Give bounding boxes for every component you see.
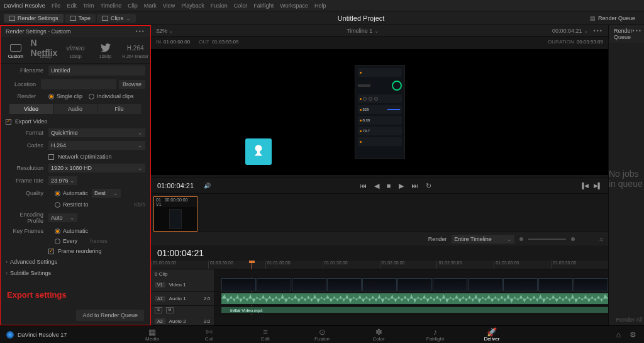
render-all-button[interactable]: Render All bbox=[609, 314, 644, 325]
menu-item[interactable]: Fairlight bbox=[253, 3, 274, 9]
preset-row: Custom N Netflix1080p vimeo1080p 1080p H… bbox=[1, 37, 150, 64]
volume-icon[interactable]: 🔊 bbox=[204, 183, 211, 189]
menu-item[interactable]: View bbox=[163, 3, 175, 9]
kf-every-radio[interactable] bbox=[55, 239, 60, 244]
out-mark-icon[interactable] bbox=[571, 237, 575, 241]
clip-thumb[interactable]: 01 00:00:00:00 V1 bbox=[153, 196, 197, 232]
page-switcher: DaVinci Resolve 17 ▦Media ✄Cut ≡Edit ⊙Fu… bbox=[0, 325, 644, 343]
filename-input[interactable] bbox=[48, 65, 145, 76]
mark-in-icon[interactable]: ▐◀ bbox=[580, 183, 588, 189]
queue-menu-icon[interactable]: ••• bbox=[633, 28, 642, 40]
tab-video[interactable]: Video bbox=[9, 104, 53, 114]
cut-icon: ✄ bbox=[206, 327, 213, 336]
step-back-icon[interactable]: ◀ bbox=[374, 182, 379, 190]
viewer-menu-icon[interactable]: ••• bbox=[594, 28, 603, 34]
individual-clips-radio[interactable] bbox=[89, 94, 94, 99]
advanced-settings-section[interactable]: Advanced Settings bbox=[1, 256, 150, 267]
menu-item[interactable]: Timeline bbox=[101, 3, 122, 9]
a1-body[interactable] bbox=[214, 292, 608, 305]
menu-item[interactable]: Playback bbox=[181, 3, 204, 9]
timeline-name[interactable]: Timeline 1 bbox=[347, 28, 372, 34]
stop-icon[interactable]: ■ bbox=[387, 182, 391, 190]
home-icon[interactable]: ⌂ bbox=[616, 330, 621, 339]
preset-h264[interactable]: H.264H.264 Master bbox=[120, 37, 150, 63]
page-deliver[interactable]: 🚀Deliver bbox=[476, 327, 508, 342]
page-fairlight[interactable]: ♪Fairlight bbox=[419, 327, 451, 342]
tape-icon bbox=[70, 16, 76, 21]
page-edit[interactable]: ≡Edit bbox=[250, 327, 281, 342]
next-clip-icon[interactable]: ⏭ bbox=[411, 182, 418, 190]
menu-item[interactable]: DaVinci Resolve bbox=[4, 3, 45, 9]
tab-file[interactable]: File bbox=[97, 104, 142, 114]
page-color[interactable]: ✽Color bbox=[363, 327, 394, 342]
browse-button[interactable]: Browse bbox=[119, 80, 145, 89]
mark-out-icon[interactable]: ▶▌ bbox=[594, 183, 602, 189]
add-to-render-queue-button[interactable]: Add to Render Queue bbox=[76, 310, 144, 321]
in-tc: 01:00:00:00 bbox=[164, 39, 190, 45]
export-video-check[interactable] bbox=[6, 119, 11, 125]
subtitle-settings-section[interactable]: Subtitle Settings bbox=[1, 267, 150, 279]
track-a1: A1Audio 12.0 bbox=[151, 292, 608, 306]
settings-icon[interactable]: ⚙ bbox=[630, 330, 636, 339]
resolution-dropdown[interactable]: 1920 x 1080 HD bbox=[48, 164, 145, 172]
fairlight-icon: ♪ bbox=[433, 327, 438, 336]
loop-icon[interactable]: ↻ bbox=[426, 182, 431, 190]
play-icon[interactable]: ▶ bbox=[399, 182, 404, 190]
menu-item[interactable]: File bbox=[52, 3, 61, 9]
prev-clip-icon[interactable]: ⏮ bbox=[360, 182, 367, 190]
a1-mute-button[interactable]: M bbox=[166, 307, 174, 313]
render-settings-button[interactable]: Render Settings bbox=[4, 14, 64, 23]
kf-auto-radio[interactable] bbox=[55, 228, 60, 234]
in-mark-icon[interactable] bbox=[519, 237, 523, 241]
format-dropdown[interactable]: QuickTime bbox=[48, 128, 145, 137]
zoom-dropdown[interactable]: 32% bbox=[156, 28, 167, 34]
panel-menu-icon[interactable]: ••• bbox=[136, 28, 145, 35]
render-queue-toggle[interactable]: Render Queue bbox=[585, 14, 640, 23]
music-icon[interactable]: ♫ bbox=[599, 236, 603, 242]
menu-item[interactable]: Help bbox=[314, 3, 326, 9]
menu-item[interactable]: Fusion bbox=[211, 3, 228, 9]
menu-item[interactable]: Color bbox=[234, 3, 248, 9]
framerate-dropdown[interactable]: 23.976 bbox=[48, 176, 77, 185]
render-settings-panel: Render Settings - Custom ••• Custom N Ne… bbox=[0, 25, 151, 325]
preview-viewer[interactable]: 529 8.30 79.7 bbox=[151, 49, 608, 175]
menu-item[interactable]: Edit bbox=[67, 3, 77, 9]
frame-reorder-check[interactable] bbox=[48, 249, 54, 254]
range-slider[interactable] bbox=[528, 239, 566, 240]
clips-button[interactable]: Clips ⌄ bbox=[97, 14, 136, 23]
v1-body[interactable] bbox=[214, 278, 608, 291]
a2-body[interactable] bbox=[214, 315, 608, 325]
tab-audio[interactable]: Audio bbox=[53, 104, 97, 114]
codec-dropdown[interactable]: H.264 bbox=[48, 141, 145, 150]
menu-item[interactable]: Workspace bbox=[280, 3, 308, 9]
enc-profile-dropdown[interactable]: Auto bbox=[48, 213, 77, 222]
menu-item[interactable]: Trim bbox=[83, 3, 94, 9]
single-clip-radio[interactable] bbox=[48, 94, 54, 99]
preset-custom[interactable]: Custom bbox=[1, 37, 31, 63]
project-title: Untitled Project bbox=[137, 14, 585, 22]
center-area: 32%⌄ Timeline 1 ⌄ 00:00:04:21⌄ ••• IN01:… bbox=[151, 25, 608, 325]
page-media[interactable]: ▦Media bbox=[136, 327, 168, 342]
quality-best-dropdown[interactable]: Best bbox=[92, 189, 121, 198]
menu-item[interactable]: Clip bbox=[128, 3, 138, 9]
panel-title: Render Settings - Custom bbox=[6, 28, 71, 35]
location-input[interactable] bbox=[41, 79, 116, 89]
twitter-icon bbox=[101, 42, 111, 54]
app-logo-overlay bbox=[245, 138, 272, 165]
preset-netflix[interactable]: N Netflix1080p bbox=[31, 37, 61, 63]
preset-twitter[interactable]: 1080p bbox=[91, 37, 121, 63]
netopt-check[interactable] bbox=[48, 154, 54, 160]
brand: DaVinci Resolve 17 bbox=[6, 331, 67, 339]
menu-item[interactable]: Mark bbox=[144, 3, 157, 9]
quality-restrict-radio[interactable] bbox=[55, 202, 60, 208]
timeline-ruler[interactable]: 01:00:00:0001:00:30:0001:01:00:0001:01:3… bbox=[151, 261, 608, 269]
queue-title: Render Queue bbox=[614, 28, 633, 40]
a1-solo-button[interactable]: S bbox=[155, 307, 162, 313]
page-fusion[interactable]: ⊙Fusion bbox=[306, 327, 338, 342]
track-a2: A2Audio 22.0 bbox=[151, 315, 608, 325]
render-range-dropdown[interactable]: Entire Timeline bbox=[452, 235, 514, 244]
preset-vimeo[interactable]: vimeo1080p bbox=[60, 37, 91, 63]
tape-button[interactable]: Tape bbox=[65, 14, 96, 23]
page-cut[interactable]: ✄Cut bbox=[193, 327, 225, 342]
quality-auto-radio[interactable] bbox=[55, 191, 60, 196]
